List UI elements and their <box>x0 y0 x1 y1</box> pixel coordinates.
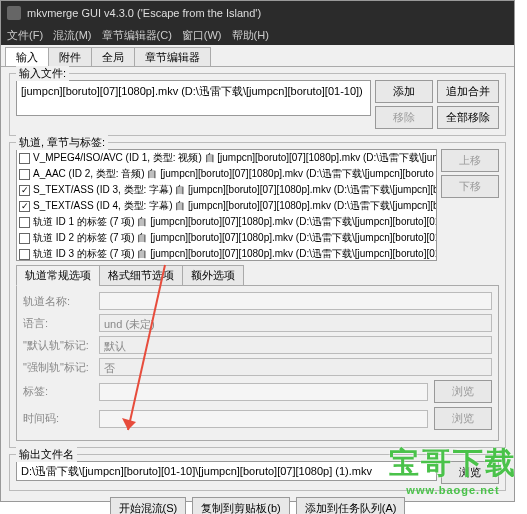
add-queue-button[interactable]: 添加到任务队列(A) <box>296 497 406 514</box>
tab-track-general[interactable]: 轨道常规选项 <box>16 265 100 286</box>
input-files-label: 输入文件: <box>16 66 69 81</box>
track-checkbox[interactable] <box>19 233 30 244</box>
track-checkbox[interactable] <box>19 153 30 164</box>
track-name-label: 轨道名称: <box>23 294 93 309</box>
copy-clipboard-button[interactable]: 复制到剪贴板(b) <box>192 497 289 514</box>
menubar: 文件(F) 混流(M) 章节编辑器(C) 窗口(W) 帮助(H) <box>1 25 514 45</box>
menu-mux[interactable]: 混流(M) <box>53 28 92 43</box>
menu-window[interactable]: 窗口(W) <box>182 28 222 43</box>
track-item[interactable]: V_MPEG4/ISO/AVC (ID 1, 类型: 视频) 自 [jumpcn… <box>17 150 436 166</box>
tab-track-format[interactable]: 格式细节选项 <box>99 265 183 286</box>
track-checkbox[interactable] <box>19 249 30 260</box>
add-button[interactable]: 添加 <box>375 80 433 103</box>
app-icon <box>7 6 21 20</box>
tracks-label: 轨道, 章节与标签: <box>16 135 108 150</box>
tags-label: 标签: <box>23 384 93 399</box>
track-checkbox[interactable] <box>19 217 30 228</box>
tab-track-extra[interactable]: 额外选项 <box>182 265 244 286</box>
menu-file[interactable]: 文件(F) <box>7 28 43 43</box>
track-option-tabs: 轨道常规选项 格式细节选项 额外选项 <box>16 265 499 286</box>
track-text: S_TEXT/ASS (ID 3, 类型: 字幕) 自 [jumpcn][bor… <box>33 183 437 197</box>
track-text: 轨道 ID 2 的标签 (7 项) 自 [jumpcn][boruto][07]… <box>33 231 437 245</box>
tags-input[interactable] <box>99 383 428 401</box>
track-item[interactable]: A_AAC (ID 2, 类型: 音频) 自 [jumpcn][boruto][… <box>17 166 436 182</box>
timecodes-input[interactable] <box>99 410 428 428</box>
tab-chapter-editor[interactable]: 章节编辑器 <box>134 47 211 66</box>
bottom-buttons: 开始混流(S) 复制到剪贴板(b) 添加到任务队列(A) <box>9 497 506 514</box>
track-item[interactable]: 轨道 ID 3 的标签 (7 项) 自 [jumpcn][boruto][07]… <box>17 246 436 261</box>
move-down-button[interactable]: 下移 <box>441 175 499 198</box>
input-files-list[interactable]: [jumpcn][boruto][07][1080p].mkv (D:\迅雷下载… <box>16 80 371 116</box>
app-window: mkvmerge GUI v4.3.0 ('Escape from the Is… <box>0 0 515 502</box>
tracks-list[interactable]: V_MPEG4/ISO/AVC (ID 1, 类型: 视频) 自 [jumpcn… <box>16 149 437 261</box>
remove-button[interactable]: 移除 <box>375 106 433 129</box>
track-checkbox[interactable] <box>19 201 30 212</box>
track-text: S_TEXT/ASS (ID 4, 类型: 字幕) 自 [jumpcn][bor… <box>33 199 437 213</box>
track-item[interactable]: S_TEXT/ASS (ID 4, 类型: 字幕) 自 [jumpcn][bor… <box>17 198 436 214</box>
output-group: 输出文件名 浏览 <box>9 454 506 491</box>
timecodes-label: 时间码: <box>23 411 93 426</box>
tags-browse-button[interactable]: 浏览 <box>434 380 492 403</box>
tab-attach[interactable]: 附件 <box>48 47 92 66</box>
remove-all-button[interactable]: 全部移除 <box>437 106 499 129</box>
start-mux-button[interactable]: 开始混流(S) <box>110 497 187 514</box>
tab-input[interactable]: 输入 <box>5 47 49 66</box>
track-item[interactable]: 轨道 ID 2 的标签 (7 项) 自 [jumpcn][boruto][07]… <box>17 230 436 246</box>
track-text: 轨道 ID 3 的标签 (7 项) 自 [jumpcn][boruto][07]… <box>33 247 437 261</box>
output-browse-button[interactable]: 浏览 <box>441 461 499 484</box>
titlebar: mkvmerge GUI v4.3.0 ('Escape from the Is… <box>1 1 514 25</box>
menu-help[interactable]: 帮助(H) <box>232 28 269 43</box>
input-files-group: 输入文件: [jumpcn][boruto][07][1080p].mkv (D… <box>9 73 506 136</box>
track-text: A_AAC (ID 2, 类型: 音频) 自 [jumpcn][boruto][… <box>33 167 434 181</box>
language-select[interactable]: und (未定) <box>99 314 492 332</box>
track-item[interactable]: 轨道 ID 1 的标签 (7 项) 自 [jumpcn][boruto][07]… <box>17 214 436 230</box>
forced-track-select[interactable]: 否 <box>99 358 492 376</box>
main-tabs: 输入 附件 全局 章节编辑器 <box>1 45 514 67</box>
output-file-input[interactable] <box>16 461 437 481</box>
track-checkbox[interactable] <box>19 169 30 180</box>
tracks-group: 轨道, 章节与标签: V_MPEG4/ISO/AVC (ID 1, 类型: 视频… <box>9 142 506 448</box>
tab-global[interactable]: 全局 <box>91 47 135 66</box>
forced-track-label: "强制轨"标记: <box>23 360 93 375</box>
content-area: 输入文件: [jumpcn][boruto][07][1080p].mkv (D… <box>1 67 514 514</box>
language-label: 语言: <box>23 316 93 331</box>
track-options-panel: 轨道名称: 语言: und (未定) "默认轨"标记: 默认 "强制轨"标记: … <box>16 285 499 441</box>
timecodes-browse-button[interactable]: 浏览 <box>434 407 492 430</box>
menu-chapter[interactable]: 章节编辑器(C) <box>102 28 172 43</box>
move-up-button[interactable]: 上移 <box>441 149 499 172</box>
default-track-select[interactable]: 默认 <box>99 336 492 354</box>
track-name-input[interactable] <box>99 292 492 310</box>
track-text: V_MPEG4/ISO/AVC (ID 1, 类型: 视频) 自 [jumpcn… <box>33 151 437 165</box>
default-track-label: "默认轨"标记: <box>23 338 93 353</box>
append-button[interactable]: 追加合并 <box>437 80 499 103</box>
track-item[interactable]: S_TEXT/ASS (ID 3, 类型: 字幕) 自 [jumpcn][bor… <box>17 182 436 198</box>
window-title: mkvmerge GUI v4.3.0 ('Escape from the Is… <box>27 7 261 19</box>
track-checkbox[interactable] <box>19 185 30 196</box>
output-label: 输出文件名 <box>16 447 77 462</box>
track-text: 轨道 ID 1 的标签 (7 项) 自 [jumpcn][boruto][07]… <box>33 215 437 229</box>
